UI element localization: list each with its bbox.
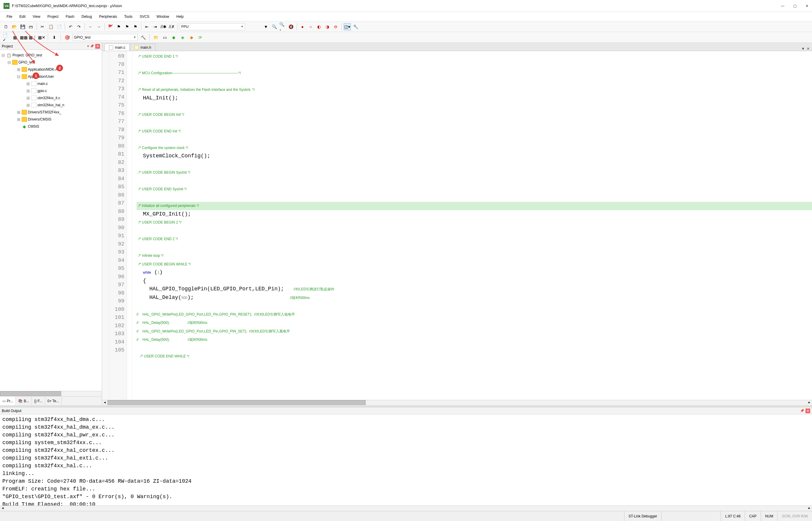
kill-bp-btn[interactable]: ⊖ — [332, 23, 339, 30]
paste-btn[interactable]: 📄 — [55, 23, 63, 30]
twisty-icon[interactable]: ⊞ — [26, 103, 30, 108]
download-btn[interactable]: ⬇ — [51, 34, 58, 41]
menu-debug[interactable]: Debug — [79, 13, 95, 20]
manage-rte-btn[interactable]: ◆ — [170, 34, 177, 41]
bookmark-btn[interactable]: 🚩 — [107, 23, 114, 30]
pin-icon[interactable]: ▾ 📌 — [87, 44, 94, 48]
bookmark-prev-btn[interactable]: ⚑ — [115, 23, 122, 30]
translate-btn[interactable]: 📄✓ — [2, 34, 9, 41]
close-pane-btn[interactable]: ✕ — [806, 408, 810, 413]
twisty-icon[interactable]: ⊟ — [1, 53, 5, 58]
fold-margin[interactable] — [127, 51, 132, 400]
manage-btn[interactable]: ▭ — [161, 34, 168, 41]
save-btn[interactable]: 💾 — [19, 23, 26, 30]
build-hscroll[interactable]: ◂▸ — [0, 505, 812, 511]
menu-tools[interactable]: Tools — [121, 13, 136, 20]
project-tab-project[interactable]: ▭Pr... — [0, 397, 16, 405]
tree-file-main[interactable]: ⊞ main.c — [1, 80, 100, 87]
open-btn[interactable]: 📂 — [11, 23, 18, 30]
project-tab-functions[interactable]: {} F... — [32, 397, 45, 405]
menu-file[interactable]: File — [4, 13, 15, 20]
twisty-icon[interactable]: ⊞ — [26, 88, 30, 93]
tree-file-it[interactable]: ⊞ stm32f4xx_it.c — [1, 94, 100, 101]
twisty-icon[interactable]: ⊟ — [17, 74, 21, 79]
editor-hscroll[interactable]: ◂ ▸ — [102, 400, 812, 405]
bookmark-clear-btn[interactable]: ⚑ — [132, 23, 139, 30]
target-options-btn[interactable]: 🎯 — [64, 34, 71, 41]
debug-start-btn[interactable]: ● — [299, 23, 306, 30]
menu-view[interactable]: View — [30, 13, 43, 20]
menu-help[interactable]: Help — [173, 13, 187, 20]
tree-root[interactable]: ⊟ 📋 Project: GPIO_test — [1, 52, 100, 59]
disable-bp-btn[interactable]: ◑ — [324, 23, 331, 30]
options-btn[interactable]: 🔨 — [139, 34, 147, 41]
undo-btn[interactable]: ↶ — [67, 23, 74, 30]
file-ext-btn[interactable]: 📁 — [152, 34, 159, 41]
indent-right-btn[interactable]: ⇥ — [152, 23, 159, 30]
project-tree[interactable]: ⊟ 📋 Project: GPIO_test ⊟ GPIO_test ⊞ App… — [0, 50, 102, 391]
find-in-files-btn[interactable]: 🔍₊ — [279, 23, 286, 30]
menu-peripherals[interactable]: Peripherals — [96, 13, 120, 20]
tab-list-btn[interactable]: ▼ — [801, 47, 805, 51]
tree-group-cmsis[interactable]: ⊞ ◆ CMSIS — [1, 123, 100, 130]
nav-fwd-btn[interactable]: → — [95, 23, 102, 30]
enable-bp-btn[interactable]: ◐ — [316, 23, 323, 30]
incremental-find-btn[interactable]: 🔇 — [287, 23, 295, 30]
twisty-icon[interactable]: ⊞ — [17, 110, 21, 115]
select-pack-btn[interactable]: ◈ — [179, 34, 186, 41]
find-btn[interactable]: 🔍 — [271, 23, 278, 30]
twisty-icon[interactable]: ⊞ — [17, 67, 21, 72]
close-button[interactable]: ✕ — [806, 4, 808, 8]
build-btn[interactable]: ▦ — [11, 34, 18, 41]
project-tab-templates[interactable]: 0+ Te... — [45, 397, 62, 405]
uncomment-btn[interactable]: //✗ — [168, 23, 176, 30]
minimize-button[interactable]: — — [781, 4, 784, 8]
close-pane-btn[interactable]: ✕ — [95, 44, 100, 49]
twisty-icon[interactable]: ⊞ — [26, 96, 30, 100]
build-output-text[interactable]: compiling stm32f4xx_hal_dma.c... compili… — [0, 414, 812, 505]
copy-btn[interactable]: 📋 — [47, 23, 54, 30]
menu-window[interactable]: Window — [154, 13, 172, 20]
project-hscroll[interactable] — [0, 391, 102, 396]
tree-group-drivers-cmsis[interactable]: ⊞ Drivers/CMSIS — [1, 116, 100, 123]
tree-file-haln[interactable]: ⊞ stm32f4xx_hal_n — [1, 101, 100, 109]
indent-left-btn[interactable]: ⇤ — [143, 23, 150, 30]
tree-group-user[interactable]: ⊟ Application/User — [1, 73, 100, 80]
close-tab-btn[interactable]: ✕ — [807, 47, 810, 51]
comment-btn[interactable]: //✱ — [160, 23, 167, 30]
bookmark-next-btn[interactable]: ⚑ — [123, 23, 131, 30]
config-btn[interactable]: 🔧 — [352, 23, 359, 30]
insert-bp-btn[interactable]: ○ — [307, 23, 314, 30]
twisty-icon[interactable]: ⊞ — [26, 81, 30, 86]
redo-btn[interactable]: ↷ — [75, 23, 83, 30]
save-all-btn[interactable]: 🗃 — [27, 23, 34, 30]
twisty-icon[interactable]: ⊟ — [7, 60, 11, 65]
new-btn[interactable]: 🗋 — [2, 23, 9, 30]
project-tab-books[interactable]: 📚B... — [16, 397, 32, 405]
maximize-button[interactable]: ▢ — [793, 4, 796, 8]
fpu-select[interactable]: FPU: ▼ — [180, 23, 245, 30]
file-tab-main-h[interactable]: main.h — [130, 44, 156, 51]
menu-svcs[interactable]: SVCS — [137, 13, 153, 20]
tree-group-drivers-stm[interactable]: ⊞ Drivers/STM32F4xx_ — [1, 109, 100, 116]
file-tab-main-c[interactable]: main.c — [105, 44, 130, 51]
target-select[interactable]: GPIO_test ▼ — [72, 34, 138, 41]
rebuild-btn[interactable]: ▦▦ — [20, 34, 27, 41]
code-editor[interactable]: /* USER CODE END 1 */ /* MCU Configurati… — [132, 51, 812, 400]
tree-target[interactable]: ⊟ GPIO_test — [1, 59, 100, 66]
twisty-icon[interactable]: ⊞ — [17, 117, 21, 122]
menu-flash[interactable]: Flash — [63, 13, 77, 20]
pin-icon[interactable]: 📌 — [800, 409, 804, 413]
menu-edit[interactable]: Edit — [16, 13, 28, 20]
reload-pack-btn[interactable]: ⟳ — [197, 34, 204, 41]
window-btn[interactable]: ◫▾ — [344, 23, 351, 30]
stop-build-btn[interactable]: ▦✕ — [38, 34, 45, 41]
tree-group-mdk[interactable]: ⊞ Application/MDK-A — [1, 66, 100, 73]
find-dropdown-btn[interactable]: ▼ — [262, 23, 270, 30]
cut-btn[interactable]: ✂ — [39, 23, 46, 30]
nav-back-btn[interactable]: ← — [87, 23, 94, 30]
pack-install-btn[interactable]: ◆ — [188, 34, 195, 41]
tree-file-gpio[interactable]: ⊞ gpio.c — [1, 87, 100, 94]
menu-project[interactable]: Project — [45, 13, 62, 20]
batch-build-btn[interactable]: ▦⋮ — [29, 34, 36, 41]
